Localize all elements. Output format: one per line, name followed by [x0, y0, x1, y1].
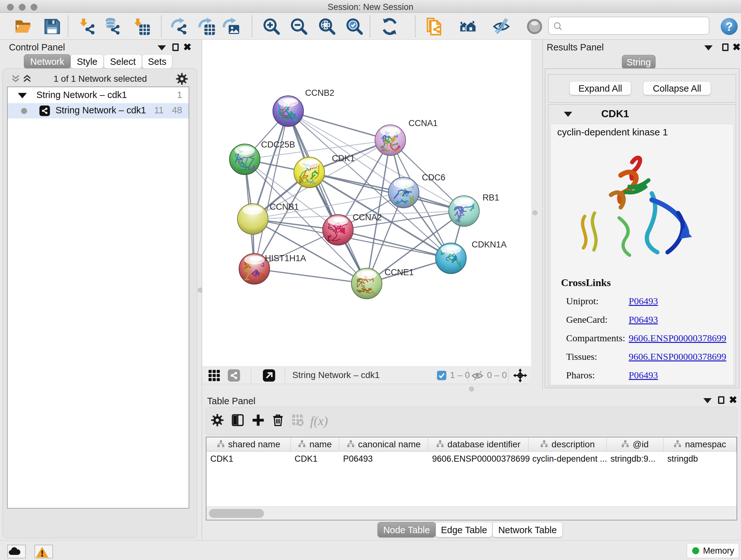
column-header-3[interactable]: database identifier: [428, 437, 529, 451]
hidden-eye-icon[interactable]: [471, 369, 484, 383]
node-CDK1[interactable]: CDK1: [294, 153, 355, 188]
node-CCNB2[interactable]: CCNB2: [273, 88, 334, 126]
column-header-5[interactable]: @id: [607, 437, 664, 451]
hide-selected-icon[interactable]: [492, 17, 511, 36]
crosslink-link-1[interactable]: P06493: [629, 314, 658, 325]
control-panel-maximize-icon[interactable]: [172, 44, 179, 51]
column-header-label: name: [309, 439, 332, 449]
open-external-icon[interactable]: [262, 369, 276, 383]
export-image-icon[interactable]: [221, 17, 240, 36]
cell-0-2[interactable]: P06493: [343, 454, 373, 464]
table-panel-float-icon[interactable]: [703, 398, 712, 403]
collapse-all-button[interactable]: Collapse All: [643, 81, 711, 95]
cell-0-1[interactable]: CDK1: [294, 454, 318, 464]
open-session-icon[interactable]: [14, 17, 32, 36]
collection-expand-icon[interactable]: [18, 93, 27, 98]
table-panel-maximize-icon[interactable]: [718, 396, 724, 404]
results-panel-maximize-icon[interactable]: [722, 44, 729, 51]
zoom-out-icon[interactable]: [290, 17, 308, 36]
crosslink-link-3[interactable]: 9606.ENSP00000378699: [629, 351, 726, 362]
cell-0-6[interactable]: stringdb: [667, 454, 698, 464]
delete-column-icon[interactable]: [271, 414, 285, 428]
export-network-icon[interactable]: [170, 17, 188, 36]
selected-checkbox-icon[interactable]: [436, 370, 447, 382]
results-panel-close-icon[interactable]: ✖: [732, 43, 741, 52]
crosslink-link-4[interactable]: P06493: [629, 370, 658, 381]
bottom-status-bar: Memory: [0, 540, 741, 560]
edge-CCNB2-CCNA1[interactable]: [288, 111, 390, 140]
search-input[interactable]: [548, 17, 710, 35]
column-header-0[interactable]: shared name: [206, 437, 291, 451]
table-hscrollbar-thumb[interactable]: [209, 509, 264, 518]
zoom-in-icon[interactable]: [262, 17, 281, 36]
node-CDKN1A[interactable]: CDKN1A: [435, 240, 507, 273]
show-all-icon[interactable]: [525, 17, 544, 36]
tab-select[interactable]: Select: [104, 54, 142, 69]
gene-collapse-icon[interactable]: [564, 112, 572, 117]
network-icon: [39, 105, 51, 118]
control-panel-close-icon[interactable]: ✖: [183, 43, 192, 52]
table-panel-close-icon[interactable]: ✖: [729, 395, 737, 405]
cloud-button[interactable]: [7, 545, 26, 558]
column-header-4[interactable]: description: [529, 437, 607, 451]
tab-edge-table[interactable]: Edge Table: [435, 522, 492, 537]
tab-string[interactable]: String: [622, 55, 656, 69]
node-RB1[interactable]: RB1: [449, 193, 499, 226]
table-gear[interactable]: [211, 414, 224, 428]
fit-content-icon[interactable]: [513, 368, 527, 384]
edge-CCNB2-HIST1H1A[interactable]: [254, 111, 288, 269]
table-hscrollbar[interactable]: [206, 506, 737, 520]
save-session-icon[interactable]: [43, 17, 61, 36]
zoom-selected-icon[interactable]: [345, 17, 364, 36]
network-view-canvas[interactable]: CCNB2CCNA1CDC25BCDK1CDC6RB1CCNB1CCNA2CDK…: [202, 40, 531, 367]
tab-network[interactable]: Network: [24, 54, 71, 69]
node-label-CDC25B: CDC25B: [261, 140, 295, 149]
left-splitter-handle[interactable]: [198, 288, 203, 293]
results-panel-float-icon[interactable]: [704, 45, 713, 51]
network-collection-row[interactable]: String Network – cdk1 1: [8, 88, 189, 103]
expand-all-button[interactable]: Expand All: [569, 81, 631, 95]
import-table-icon[interactable]: [132, 17, 151, 36]
crosslink-link-2[interactable]: 9606.ENSP00000378699: [629, 333, 726, 344]
toolbar-separator: [252, 16, 253, 37]
birds-eye-view-icon[interactable]: [207, 369, 221, 383]
cell-0-5[interactable]: stringdb:9...: [610, 454, 656, 464]
add-column-icon[interactable]: [252, 414, 265, 428]
column-header-2[interactable]: canonical name: [339, 437, 428, 451]
crosslink-link-0[interactable]: P06493: [629, 296, 658, 307]
tab-node-table[interactable]: Node Table: [378, 522, 435, 537]
network-row[interactable]: String Network – cdk1 11 48: [8, 103, 189, 118]
right-splitter-handle[interactable]: [533, 210, 537, 215]
node-HIST1H1A[interactable]: HIST1H1A: [239, 253, 306, 284]
zoom-fit-icon[interactable]: [318, 17, 336, 36]
cell-0-3[interactable]: 9606.ENSP00000378699: [432, 454, 530, 464]
network-options-gear-icon[interactable]: [176, 72, 188, 86]
tab-sets[interactable]: Sets: [142, 54, 172, 69]
control-panel-float-icon[interactable]: [158, 45, 166, 51]
cell-0-4[interactable]: cyclin-dependent ...: [532, 454, 607, 464]
help-button[interactable]: ?: [720, 17, 738, 36]
warning-button[interactable]: [35, 545, 53, 558]
bottom-splitter-handle[interactable]: [469, 387, 474, 391]
node-label-CCNA2: CCNA2: [353, 212, 382, 222]
column-header-6[interactable]: namespac: [664, 437, 737, 451]
share-document-icon[interactable]: [425, 17, 444, 36]
column-header-1[interactable]: name: [291, 437, 339, 451]
node-CCNA1[interactable]: CCNA1: [375, 118, 438, 155]
tab-network-table[interactable]: Network Table: [492, 522, 562, 537]
tab-style[interactable]: Style: [71, 54, 104, 69]
import-database-icon[interactable]: [103, 17, 121, 36]
import-network-icon[interactable]: [78, 17, 96, 36]
edge-HIST1H1A-CCNE1[interactable]: [254, 269, 367, 284]
cell-0-0[interactable]: CDK1: [210, 454, 233, 464]
memory-button[interactable]: Memory: [687, 543, 739, 558]
node-CCNA2[interactable]: CCNA2: [323, 212, 382, 245]
network-graph[interactable]: CCNB2CCNA1CDC25BCDK1CDC6RB1CCNB1CCNA2CDK…: [202, 40, 531, 367]
network-thumbnail-icon[interactable]: [227, 369, 241, 383]
crosslink-label-2: Compartments:: [566, 333, 625, 344]
refresh-icon[interactable]: [381, 17, 399, 36]
export-table-icon[interactable]: [197, 17, 216, 36]
split-column-icon[interactable]: [231, 414, 245, 428]
network-overview-icon[interactable]: [458, 17, 477, 36]
node-table[interactable]: shared namenamecanonical namedatabase id…: [206, 437, 737, 520]
